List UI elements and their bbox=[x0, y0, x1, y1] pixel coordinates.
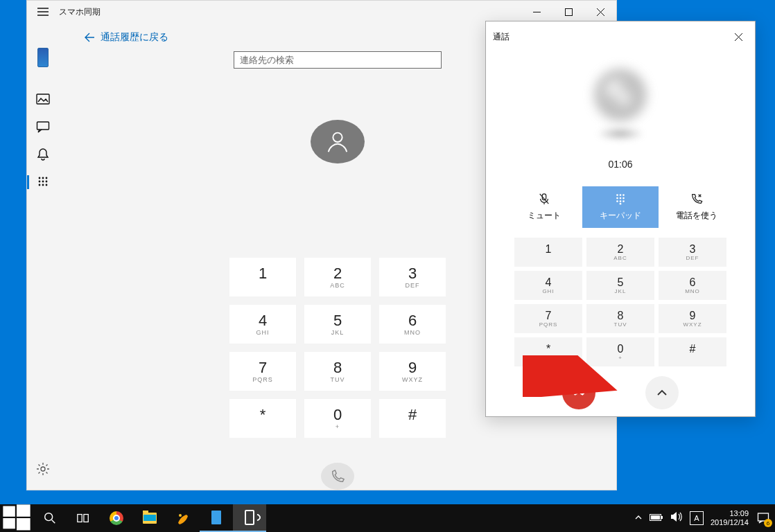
call-button[interactable] bbox=[321, 463, 354, 490]
incall-key-9[interactable]: 9WXYZ bbox=[659, 304, 726, 333]
svg-point-22 bbox=[620, 200, 622, 202]
svg-point-23 bbox=[622, 200, 625, 202]
search-placeholder: 連絡先の検索 bbox=[240, 54, 294, 66]
tray-volume-icon[interactable] bbox=[670, 511, 683, 525]
svg-point-17 bbox=[622, 194, 625, 196]
svg-point-10 bbox=[42, 184, 44, 186]
keypad-toggle-button[interactable]: キーパッド bbox=[582, 186, 659, 228]
close-button[interactable] bbox=[584, 1, 616, 23]
svg-point-15 bbox=[616, 194, 618, 196]
taskbar-your-phone[interactable] bbox=[233, 504, 266, 532]
key-0[interactable]: 0+ bbox=[304, 399, 371, 438]
back-label: 通話履歴に戻る bbox=[101, 31, 168, 44]
active-call-panel: 通話 01:06 ミュート キーパッド 電話を使う 12ABC3DEF4GHI5… bbox=[485, 21, 756, 417]
mute-button[interactable]: ミュート bbox=[506, 186, 582, 228]
sidebar bbox=[27, 23, 59, 490]
tray-battery-icon[interactable] bbox=[650, 512, 663, 524]
svg-point-6 bbox=[39, 181, 41, 183]
taskbar-app-2[interactable] bbox=[200, 504, 233, 532]
key-5[interactable]: 5JKL bbox=[304, 305, 371, 344]
tray-time: 13:09 bbox=[711, 509, 749, 518]
key-3[interactable]: 3DEF bbox=[379, 258, 446, 296]
svg-point-13 bbox=[333, 133, 342, 142]
key-2[interactable]: 2ABC bbox=[304, 258, 371, 296]
incall-key-1[interactable]: 1 bbox=[514, 238, 582, 267]
dial-keypad: 12ABC3DEF4GHI5JKL6MNO7PQRS8TUV9WXYZ*0+# bbox=[229, 258, 446, 438]
window-title: スマホ同期 bbox=[59, 6, 101, 18]
incall-key-#[interactable]: # bbox=[659, 337, 726, 366]
svg-rect-26 bbox=[3, 506, 15, 517]
svg-point-24 bbox=[620, 203, 622, 205]
svg-point-18 bbox=[616, 197, 618, 200]
mute-label: ミュート bbox=[528, 210, 561, 222]
minimize-button[interactable] bbox=[521, 1, 552, 23]
incall-key-*[interactable]: * bbox=[514, 337, 582, 366]
start-button[interactable] bbox=[0, 504, 33, 532]
svg-rect-31 bbox=[78, 515, 82, 522]
svg-rect-37 bbox=[651, 515, 660, 520]
svg-point-19 bbox=[620, 197, 622, 200]
search-contacts-input[interactable]: 連絡先の検索 bbox=[234, 51, 442, 69]
svg-point-4 bbox=[42, 177, 44, 179]
incall-key-4[interactable]: 4GHI bbox=[514, 271, 582, 300]
search-button[interactable] bbox=[33, 504, 67, 532]
sidebar-photos-icon[interactable] bbox=[27, 85, 59, 113]
contact-avatar-placeholder bbox=[311, 120, 365, 163]
sidebar-messages-icon[interactable] bbox=[27, 113, 59, 141]
taskbar-app-1[interactable] bbox=[166, 504, 200, 532]
incall-key-7[interactable]: 7PQRS bbox=[514, 304, 582, 333]
sidebar-settings-icon[interactable] bbox=[27, 455, 59, 483]
call-panel-title: 通話 bbox=[493, 31, 510, 43]
key-1[interactable]: 1 bbox=[229, 258, 296, 296]
hangup-button[interactable] bbox=[562, 376, 595, 409]
incall-key-5[interactable]: 5JKL bbox=[586, 271, 654, 300]
mute-icon bbox=[538, 193, 550, 207]
tray-overflow-icon[interactable] bbox=[634, 512, 643, 524]
maximize-button[interactable] bbox=[552, 1, 584, 23]
use-phone-icon bbox=[690, 193, 703, 207]
svg-point-21 bbox=[616, 200, 618, 202]
key-9[interactable]: 9WXYZ bbox=[379, 352, 446, 391]
notification-badge: 6 bbox=[764, 519, 772, 527]
keypad-label: キーパッド bbox=[600, 210, 641, 222]
taskbar-explorer[interactable] bbox=[133, 504, 166, 532]
incall-key-0[interactable]: 0+ bbox=[586, 337, 654, 366]
taskbar-chrome[interactable] bbox=[100, 504, 133, 532]
svg-point-12 bbox=[41, 467, 45, 471]
svg-point-16 bbox=[620, 194, 622, 196]
sidebar-phone-preview[interactable] bbox=[27, 44, 59, 71]
key-#[interactable]: # bbox=[379, 399, 446, 438]
svg-rect-0 bbox=[565, 8, 572, 15]
incall-key-2[interactable]: 2ABC bbox=[586, 238, 654, 267]
svg-rect-32 bbox=[84, 515, 88, 522]
action-center-icon[interactable]: 6 bbox=[756, 511, 771, 526]
sidebar-dialpad-icon[interactable] bbox=[27, 168, 59, 196]
caller-name-blurred bbox=[596, 127, 645, 141]
titlebar: スマホ同期 bbox=[27, 1, 616, 23]
svg-rect-34 bbox=[211, 511, 221, 524]
hamburger-menu[interactable] bbox=[27, 1, 59, 23]
ime-indicator[interactable]: A bbox=[690, 511, 704, 525]
call-timer: 01:06 bbox=[486, 159, 755, 170]
key-7[interactable]: 7PQRS bbox=[229, 352, 296, 391]
incall-key-8[interactable]: 8TUV bbox=[586, 304, 654, 333]
collapse-button[interactable] bbox=[645, 376, 679, 409]
key-8[interactable]: 8TUV bbox=[304, 352, 371, 391]
svg-rect-36 bbox=[661, 516, 663, 519]
key-*[interactable]: * bbox=[229, 399, 296, 438]
incall-keypad: 12ABC3DEF4GHI5JKL6MNO7PQRS8TUV9WXYZ*0+# bbox=[514, 238, 726, 366]
svg-rect-28 bbox=[3, 518, 15, 529]
key-6[interactable]: 6MNO bbox=[379, 305, 446, 344]
call-panel-close-button[interactable] bbox=[729, 27, 748, 46]
incall-key-3[interactable]: 3DEF bbox=[659, 238, 726, 267]
incall-key-6[interactable]: 6MNO bbox=[659, 271, 726, 300]
tray-clock[interactable]: 13:09 2019/12/14 bbox=[711, 509, 749, 526]
back-to-history[interactable]: 通話履歴に戻る bbox=[84, 27, 168, 47]
key-4[interactable]: 4GHI bbox=[229, 305, 296, 344]
svg-point-33 bbox=[179, 514, 182, 517]
use-phone-button[interactable]: 電話を使う bbox=[659, 186, 735, 228]
taskbar: A 13:09 2019/12/14 6 bbox=[0, 504, 775, 532]
task-view-button[interactable] bbox=[67, 504, 100, 532]
use-phone-label: 電話を使う bbox=[676, 210, 717, 222]
sidebar-notifications-icon[interactable] bbox=[27, 141, 59, 168]
